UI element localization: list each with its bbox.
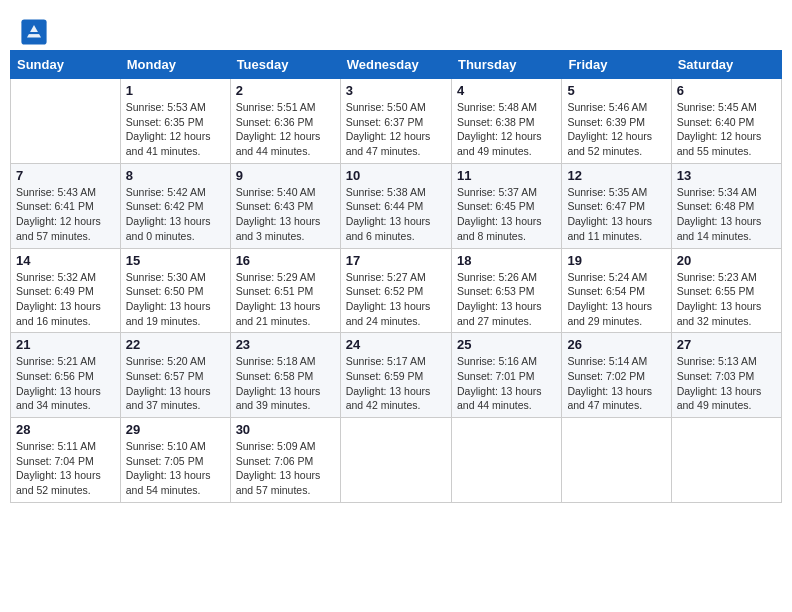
day-number: 15 — [126, 253, 225, 268]
day-header-sunday: Sunday — [11, 51, 121, 79]
day-cell: 29Sunrise: 5:10 AM Sunset: 7:05 PM Dayli… — [120, 418, 230, 503]
day-info: Sunrise: 5:50 AM Sunset: 6:37 PM Dayligh… — [346, 100, 446, 159]
day-cell: 6Sunrise: 5:45 AM Sunset: 6:40 PM Daylig… — [671, 79, 781, 164]
day-info: Sunrise: 5:48 AM Sunset: 6:38 PM Dayligh… — [457, 100, 556, 159]
day-info: Sunrise: 5:17 AM Sunset: 6:59 PM Dayligh… — [346, 354, 446, 413]
day-info: Sunrise: 5:34 AM Sunset: 6:48 PM Dayligh… — [677, 185, 776, 244]
calendar-table: SundayMondayTuesdayWednesdayThursdayFrid… — [10, 50, 782, 503]
day-cell: 5Sunrise: 5:46 AM Sunset: 6:39 PM Daylig… — [562, 79, 671, 164]
week-row-1: 1Sunrise: 5:53 AM Sunset: 6:35 PM Daylig… — [11, 79, 782, 164]
day-cell: 7Sunrise: 5:43 AM Sunset: 6:41 PM Daylig… — [11, 163, 121, 248]
day-info: Sunrise: 5:20 AM Sunset: 6:57 PM Dayligh… — [126, 354, 225, 413]
day-number: 16 — [236, 253, 335, 268]
day-number: 6 — [677, 83, 776, 98]
day-number: 9 — [236, 168, 335, 183]
day-cell: 24Sunrise: 5:17 AM Sunset: 6:59 PM Dayli… — [340, 333, 451, 418]
day-number: 5 — [567, 83, 665, 98]
day-cell: 18Sunrise: 5:26 AM Sunset: 6:53 PM Dayli… — [451, 248, 561, 333]
day-cell: 26Sunrise: 5:14 AM Sunset: 7:02 PM Dayli… — [562, 333, 671, 418]
day-info: Sunrise: 5:43 AM Sunset: 6:41 PM Dayligh… — [16, 185, 115, 244]
day-number: 29 — [126, 422, 225, 437]
page-header — [10, 10, 782, 50]
day-cell: 3Sunrise: 5:50 AM Sunset: 6:37 PM Daylig… — [340, 79, 451, 164]
day-info: Sunrise: 5:18 AM Sunset: 6:58 PM Dayligh… — [236, 354, 335, 413]
logo-icon — [20, 18, 48, 46]
day-number: 11 — [457, 168, 556, 183]
day-number: 4 — [457, 83, 556, 98]
day-number: 27 — [677, 337, 776, 352]
day-header-tuesday: Tuesday — [230, 51, 340, 79]
day-cell — [671, 418, 781, 503]
day-info: Sunrise: 5:37 AM Sunset: 6:45 PM Dayligh… — [457, 185, 556, 244]
day-number: 1 — [126, 83, 225, 98]
day-info: Sunrise: 5:51 AM Sunset: 6:36 PM Dayligh… — [236, 100, 335, 159]
day-number: 30 — [236, 422, 335, 437]
day-info: Sunrise: 5:13 AM Sunset: 7:03 PM Dayligh… — [677, 354, 776, 413]
day-cell: 16Sunrise: 5:29 AM Sunset: 6:51 PM Dayli… — [230, 248, 340, 333]
day-number: 20 — [677, 253, 776, 268]
day-cell: 9Sunrise: 5:40 AM Sunset: 6:43 PM Daylig… — [230, 163, 340, 248]
day-info: Sunrise: 5:21 AM Sunset: 6:56 PM Dayligh… — [16, 354, 115, 413]
day-number: 7 — [16, 168, 115, 183]
day-info: Sunrise: 5:32 AM Sunset: 6:49 PM Dayligh… — [16, 270, 115, 329]
day-cell: 28Sunrise: 5:11 AM Sunset: 7:04 PM Dayli… — [11, 418, 121, 503]
day-number: 17 — [346, 253, 446, 268]
day-info: Sunrise: 5:45 AM Sunset: 6:40 PM Dayligh… — [677, 100, 776, 159]
day-cell: 30Sunrise: 5:09 AM Sunset: 7:06 PM Dayli… — [230, 418, 340, 503]
day-info: Sunrise: 5:53 AM Sunset: 6:35 PM Dayligh… — [126, 100, 225, 159]
day-cell: 1Sunrise: 5:53 AM Sunset: 6:35 PM Daylig… — [120, 79, 230, 164]
logo — [20, 18, 52, 46]
day-number: 26 — [567, 337, 665, 352]
day-cell — [562, 418, 671, 503]
day-info: Sunrise: 5:46 AM Sunset: 6:39 PM Dayligh… — [567, 100, 665, 159]
day-number: 8 — [126, 168, 225, 183]
day-info: Sunrise: 5:35 AM Sunset: 6:47 PM Dayligh… — [567, 185, 665, 244]
day-number: 3 — [346, 83, 446, 98]
week-row-3: 14Sunrise: 5:32 AM Sunset: 6:49 PM Dayli… — [11, 248, 782, 333]
day-header-thursday: Thursday — [451, 51, 561, 79]
day-header-wednesday: Wednesday — [340, 51, 451, 79]
day-cell: 23Sunrise: 5:18 AM Sunset: 6:58 PM Dayli… — [230, 333, 340, 418]
day-cell: 27Sunrise: 5:13 AM Sunset: 7:03 PM Dayli… — [671, 333, 781, 418]
day-info: Sunrise: 5:26 AM Sunset: 6:53 PM Dayligh… — [457, 270, 556, 329]
week-row-5: 28Sunrise: 5:11 AM Sunset: 7:04 PM Dayli… — [11, 418, 782, 503]
day-header-friday: Friday — [562, 51, 671, 79]
day-cell: 20Sunrise: 5:23 AM Sunset: 6:55 PM Dayli… — [671, 248, 781, 333]
day-cell: 19Sunrise: 5:24 AM Sunset: 6:54 PM Dayli… — [562, 248, 671, 333]
day-cell: 17Sunrise: 5:27 AM Sunset: 6:52 PM Dayli… — [340, 248, 451, 333]
day-cell: 2Sunrise: 5:51 AM Sunset: 6:36 PM Daylig… — [230, 79, 340, 164]
day-number: 21 — [16, 337, 115, 352]
day-info: Sunrise: 5:27 AM Sunset: 6:52 PM Dayligh… — [346, 270, 446, 329]
days-header-row: SundayMondayTuesdayWednesdayThursdayFrid… — [11, 51, 782, 79]
day-cell — [451, 418, 561, 503]
day-cell: 4Sunrise: 5:48 AM Sunset: 6:38 PM Daylig… — [451, 79, 561, 164]
day-cell: 10Sunrise: 5:38 AM Sunset: 6:44 PM Dayli… — [340, 163, 451, 248]
day-number: 18 — [457, 253, 556, 268]
day-header-saturday: Saturday — [671, 51, 781, 79]
day-info: Sunrise: 5:38 AM Sunset: 6:44 PM Dayligh… — [346, 185, 446, 244]
day-number: 13 — [677, 168, 776, 183]
day-info: Sunrise: 5:14 AM Sunset: 7:02 PM Dayligh… — [567, 354, 665, 413]
day-info: Sunrise: 5:09 AM Sunset: 7:06 PM Dayligh… — [236, 439, 335, 498]
week-row-2: 7Sunrise: 5:43 AM Sunset: 6:41 PM Daylig… — [11, 163, 782, 248]
day-info: Sunrise: 5:24 AM Sunset: 6:54 PM Dayligh… — [567, 270, 665, 329]
day-cell: 8Sunrise: 5:42 AM Sunset: 6:42 PM Daylig… — [120, 163, 230, 248]
day-number: 22 — [126, 337, 225, 352]
day-number: 25 — [457, 337, 556, 352]
day-number: 24 — [346, 337, 446, 352]
day-cell: 21Sunrise: 5:21 AM Sunset: 6:56 PM Dayli… — [11, 333, 121, 418]
day-number: 23 — [236, 337, 335, 352]
day-number: 12 — [567, 168, 665, 183]
week-row-4: 21Sunrise: 5:21 AM Sunset: 6:56 PM Dayli… — [11, 333, 782, 418]
day-cell: 13Sunrise: 5:34 AM Sunset: 6:48 PM Dayli… — [671, 163, 781, 248]
day-cell — [11, 79, 121, 164]
day-cell: 11Sunrise: 5:37 AM Sunset: 6:45 PM Dayli… — [451, 163, 561, 248]
svg-rect-2 — [28, 32, 39, 34]
day-number: 2 — [236, 83, 335, 98]
day-info: Sunrise: 5:29 AM Sunset: 6:51 PM Dayligh… — [236, 270, 335, 329]
day-info: Sunrise: 5:40 AM Sunset: 6:43 PM Dayligh… — [236, 185, 335, 244]
day-header-monday: Monday — [120, 51, 230, 79]
day-number: 10 — [346, 168, 446, 183]
day-cell: 22Sunrise: 5:20 AM Sunset: 6:57 PM Dayli… — [120, 333, 230, 418]
day-info: Sunrise: 5:42 AM Sunset: 6:42 PM Dayligh… — [126, 185, 225, 244]
